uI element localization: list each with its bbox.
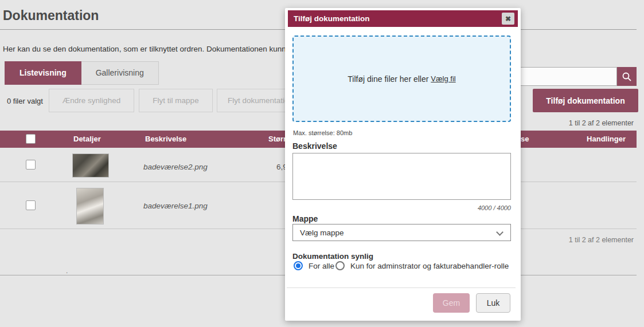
- thumbnail-image[interactable]: [72, 153, 109, 178]
- visibility-radio-group: For alle Kun for adminstrator og faktura…: [294, 261, 512, 272]
- description-textarea[interactable]: [292, 153, 511, 200]
- move-to-folder-button[interactable]: Flyt til mappe: [139, 89, 213, 112]
- dropzone-text: Tilføj dine filer her eller: [348, 74, 428, 84]
- choose-file-link[interactable]: Vælg fil: [431, 74, 455, 83]
- modal-footer-divider: [287, 287, 516, 288]
- change-visibility-button[interactable]: Ændre synlighed: [49, 89, 134, 112]
- radio-label[interactable]: Kun for adminstrator og fakturabehandler…: [350, 262, 509, 270]
- save-button[interactable]: Gem: [433, 293, 470, 313]
- row-checkbox[interactable]: [26, 200, 36, 210]
- radio-kun-for-administrator[interactable]: [335, 261, 345, 270]
- page-description: Her kan du se den dokumentation, som er …: [3, 45, 322, 53]
- file-dropzone[interactable]: Tilføj dine filer her eller Vælg fil: [292, 36, 511, 122]
- close-button[interactable]: Luk: [476, 293, 510, 313]
- modal-header: Tilføj dokumentation ✖: [288, 10, 518, 27]
- column-header-details[interactable]: Detaljer: [73, 135, 101, 143]
- stray-dot: .: [66, 267, 68, 275]
- close-icon[interactable]: ✖: [502, 13, 514, 25]
- view-tabs: Listevisning Gallerivisning: [5, 61, 159, 85]
- column-header-fragment[interactable]: se: [521, 135, 529, 143]
- column-header-description[interactable]: Beskrivelse: [145, 135, 186, 143]
- modal-title: Tilføj dokumentation: [294, 14, 370, 23]
- folder-label: Mappe: [292, 214, 318, 223]
- files-selected-status: 0 filer valgt: [7, 97, 43, 105]
- radio-for-alle[interactable]: [294, 261, 303, 270]
- tab-gallerivisning[interactable]: Gallerivisning: [81, 61, 159, 85]
- chevron-down-icon: [496, 228, 504, 236]
- page-title: Dokumentation: [3, 8, 99, 23]
- add-documentation-modal: Tilføj dokumentation ✖ Tilføj dine filer…: [285, 8, 521, 321]
- radio-label[interactable]: For alle: [309, 262, 334, 270]
- description-label: Beskrivelse: [292, 141, 337, 151]
- char-counter: 4000 / 4000: [478, 204, 511, 211]
- column-header-actions[interactable]: Handlinger: [587, 135, 626, 143]
- folder-selected-value: Vælg mappe: [300, 228, 344, 237]
- visibility-label: Dokumentation synlig: [292, 252, 373, 261]
- thumbnail-image[interactable]: [76, 188, 104, 224]
- result-count-bottom: 1 til 2 af 2 elementer: [569, 236, 634, 244]
- file-name: badeværelse1.png: [143, 202, 208, 210]
- file-name: badeværelse2.png: [143, 163, 208, 171]
- folder-select[interactable]: Vælg mappe: [292, 224, 511, 241]
- result-count-top: 1 til 2 af 2 elementer: [569, 119, 634, 127]
- add-documentation-button[interactable]: Tilføj dokumentation: [533, 89, 638, 112]
- search-button[interactable]: [617, 67, 637, 86]
- search-icon: [622, 72, 632, 82]
- tab-listevisning[interactable]: Listevisning: [5, 61, 81, 85]
- max-size-note: Max. størrelse: 80mb: [293, 129, 352, 136]
- select-all-checkbox[interactable]: [26, 134, 36, 144]
- row-checkbox[interactable]: [26, 160, 36, 170]
